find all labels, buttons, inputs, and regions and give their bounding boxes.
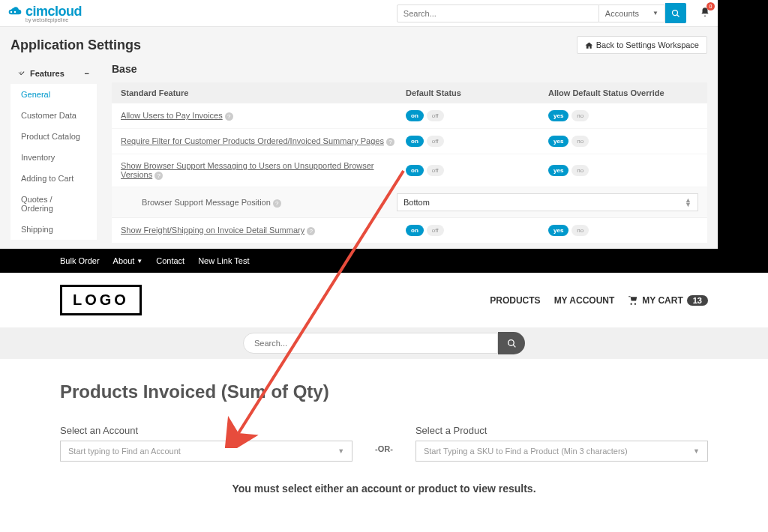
back-to-workspace-button[interactable]: Back to Settings Workspace [577, 36, 707, 54]
product-placeholder: Start Typing a SKU to Find a Product (Mi… [424, 447, 628, 456]
store-header: LOGO PRODUCTS MY ACCOUNT MY CART 13 [0, 273, 768, 327]
sidebar-item-shipping[interactable]: Shipping [10, 219, 97, 240]
help-icon[interactable]: ? [154, 172, 163, 180]
admin-search-input[interactable] [397, 4, 599, 22]
sidebar-item-customer-data[interactable]: Customer Data [10, 105, 97, 126]
col-feature: Standard Feature [121, 88, 406, 97]
svg-line-5 [513, 345, 515, 347]
store-logo[interactable]: LOGO [60, 285, 142, 315]
page-title-row: Application Settings Back to Settings Wo… [0, 27, 718, 63]
sidebar-header-features[interactable]: Features − [10, 63, 97, 84]
position-select[interactable]: Bottom ▲▼ [397, 193, 698, 211]
chevron-down-icon: ▼ [652, 10, 658, 16]
sub-label: Browser Support Message Position [142, 198, 271, 207]
help-icon[interactable]: ? [273, 199, 281, 208]
admin-panel: cimcloud by websitepipeline Accounts ▼ 0… [0, 0, 718, 249]
bell-badge: 0 [706, 2, 715, 10]
must-select-message: You must select either an account or pro… [60, 483, 708, 495]
feature-link[interactable]: Require Filter for Customer Products Ord… [121, 136, 384, 145]
products-section: Products Invoiced (Sum of Qty) Select an… [0, 359, 768, 517]
notifications-bell[interactable]: 0 [700, 7, 710, 20]
cart-label: MY CART [642, 295, 682, 306]
svg-point-1 [14, 10, 16, 13]
accounts-dropdown[interactable]: Accounts ▼ [599, 4, 665, 22]
cart-count-badge: 13 [687, 295, 708, 306]
back-button-label: Back to Settings Workspace [596, 40, 699, 49]
col-override: Allow Default Status Override [548, 88, 698, 97]
sub-row: Browser Support Message Position? Bottom… [112, 187, 707, 218]
caret-down-icon: ▼ [693, 447, 700, 455]
override-toggle[interactable]: yesno [548, 136, 589, 147]
feature-link[interactable]: Allow Users to Pay Invoices [121, 111, 223, 120]
cloud-icon [8, 7, 22, 17]
status-toggle[interactable]: onoff [406, 136, 444, 147]
table-row: Show Freight/Shipping on Invoice Detail … [112, 218, 707, 244]
help-icon[interactable]: ? [225, 112, 233, 121]
account-filter-label: Select an Account [60, 425, 352, 436]
sidebar-item-product-catalog[interactable]: Product Catalog [10, 126, 97, 147]
help-icon[interactable]: ? [386, 138, 394, 146]
or-divider: -OR- [352, 444, 416, 453]
accounts-label: Accounts [605, 9, 639, 18]
search-icon [507, 339, 517, 348]
search-icon [671, 9, 680, 18]
home-icon [585, 41, 593, 49]
status-toggle[interactable]: onoff [406, 110, 444, 121]
cart-icon [628, 295, 638, 306]
sidebar-item-quotes-ordering[interactable]: Quotes / Ordering [10, 189, 97, 219]
nav-about[interactable]: About▼ [113, 256, 143, 265]
admin-search-button[interactable] [665, 3, 686, 23]
search-banner [0, 327, 768, 359]
collapse-icon: − [85, 69, 89, 78]
nav-contact[interactable]: Contact [156, 256, 184, 265]
top-nav: Bulk Order About▼ Contact New Link Test [0, 249, 768, 273]
table-row: Show Browser Support Messaging to Users … [112, 154, 707, 187]
svg-point-0 [10, 10, 13, 13]
check-icon [18, 70, 26, 78]
storefront-panel: Bulk Order About▼ Contact New Link Test … [0, 249, 768, 532]
svg-point-4 [508, 339, 514, 345]
caret-down-icon: ▼ [338, 447, 344, 455]
nav-my-account[interactable]: MY ACCOUNT [554, 295, 615, 306]
nav-my-cart[interactable]: MY CART 13 [628, 295, 708, 306]
product-filter-input[interactable]: Start Typing a SKU to Find a Product (Mi… [416, 441, 708, 462]
svg-point-2 [673, 10, 678, 15]
section-title: Base [112, 63, 707, 75]
products-title: Products Invoiced (Sum of Qty) [60, 381, 708, 402]
feature-link[interactable]: Show Freight/Shipping on Invoice Detail … [121, 226, 304, 235]
help-icon[interactable]: ? [307, 227, 315, 235]
nav-products[interactable]: PRODUCTS [490, 295, 540, 306]
sidebar-item-general[interactable]: General [10, 84, 97, 105]
nav-bulk-order[interactable]: Bulk Order [60, 256, 100, 265]
product-filter-label: Select a Product [416, 425, 708, 436]
cimcloud-logo[interactable]: cimcloud by websitepipeline [8, 4, 82, 22]
account-placeholder: Start typing to Find an Account [68, 447, 181, 456]
nav-new-link-test[interactable]: New Link Test [198, 256, 249, 265]
sidebar: Features − General Customer Data Product… [10, 63, 97, 244]
sidebar-item-adding-to-cart[interactable]: Adding to Cart [10, 168, 97, 189]
override-toggle[interactable]: yesno [548, 110, 589, 121]
sidebar-header-label: Features [30, 69, 64, 78]
sidebar-item-inventory[interactable]: Inventory [10, 147, 97, 168]
col-status: Default Status [406, 88, 548, 97]
table-row: Allow Users to Pay Invoices? onoff yesno [112, 103, 707, 129]
select-arrows-icon: ▲▼ [685, 198, 692, 207]
store-search-input[interactable] [243, 333, 498, 354]
status-toggle[interactable]: onoff [406, 225, 444, 236]
caret-down-icon: ▼ [136, 258, 142, 265]
main-content: Base Standard Feature Default Status All… [112, 63, 707, 244]
select-value: Bottom [404, 198, 430, 207]
page-title: Application Settings [10, 37, 141, 53]
svg-line-3 [677, 14, 680, 16]
status-toggle[interactable]: onoff [406, 165, 444, 176]
table-header: Standard Feature Default Status Allow De… [112, 82, 707, 103]
override-toggle[interactable]: yesno [548, 165, 589, 176]
override-toggle[interactable]: yesno [548, 225, 589, 236]
table-row: Require Filter for Customer Products Ord… [112, 129, 707, 154]
store-search-button[interactable] [498, 332, 525, 354]
account-filter-input[interactable]: Start typing to Find an Account ▼ [60, 441, 352, 462]
admin-header: cimcloud by websitepipeline Accounts ▼ 0 [0, 0, 718, 27]
